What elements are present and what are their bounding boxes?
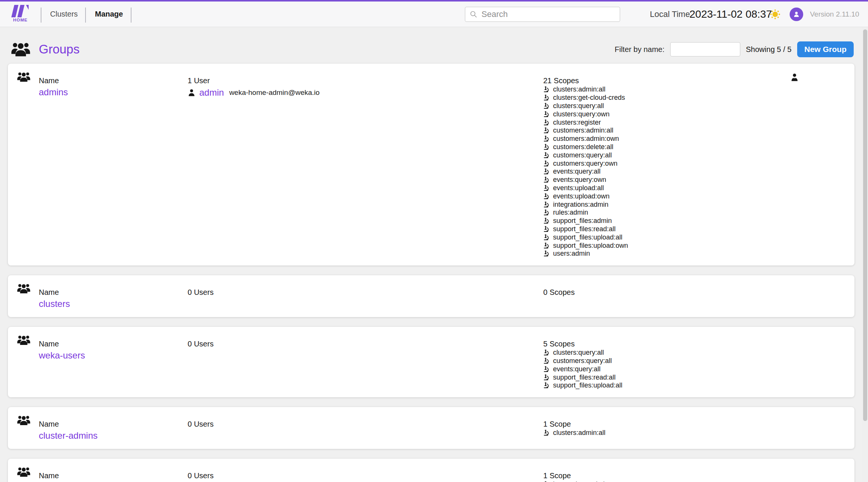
group-name-link[interactable]: admins [39, 87, 68, 98]
microscope-icon [543, 374, 550, 381]
scope-list: clusters:admin:all [543, 429, 845, 437]
microscope-icon [543, 242, 550, 249]
nav-item-manage[interactable]: Manage [95, 2, 123, 27]
scope-row: events:query:all [543, 365, 845, 373]
scope-row: clusters:query:own [543, 110, 845, 118]
user-avatar-icon [792, 10, 801, 18]
name-label: Name [39, 419, 98, 429]
scope-name: customers:delete:all [553, 143, 613, 151]
scope-name: clusters:query:all [553, 349, 604, 357]
scope-row: support_files:upload:own [543, 241, 845, 250]
new-group-button[interactable]: New Group [797, 41, 854, 57]
search-icon [469, 10, 477, 18]
name-label: Name [39, 76, 68, 85]
group-card-weka-users: Name weka-users 0 Users 5 Scopes cluster… [8, 327, 854, 397]
scope-row: customers:admin:own [543, 135, 845, 143]
users-count-label: 1 User [188, 76, 319, 85]
microscope-icon [543, 226, 550, 233]
scope-name: users:admin [553, 250, 590, 258]
group-icon [17, 415, 31, 426]
user-name-link[interactable]: admin [199, 87, 224, 98]
group-name-link[interactable]: weka-users [39, 350, 85, 361]
microscope-icon [543, 349, 550, 356]
scope-name: events:query:all [553, 365, 601, 373]
scrollbar-track [862, 27, 868, 482]
scope-row: customers:delete:all [543, 143, 845, 151]
microscope-icon [543, 217, 550, 224]
local-time-label: Local Time [650, 9, 690, 19]
microscope-icon [543, 94, 550, 101]
microscope-icon [543, 234, 550, 241]
microscope-icon [543, 209, 550, 216]
scope-name: clusters:query:all [553, 102, 604, 110]
scope-row: customers:query:all [543, 151, 845, 159]
microscope-icon [543, 250, 550, 257]
microscope-icon [543, 185, 550, 192]
microscope-icon [543, 193, 550, 200]
page-header: Groups Filter by name: Showing 5 / 5 New… [0, 27, 868, 63]
users-count-label: 0 Users [188, 339, 214, 349]
showing-count: Showing 5 / 5 [746, 45, 792, 54]
scope-name: integrations:admin [553, 480, 608, 482]
scopes-count-label: 21 Scopes [543, 76, 845, 85]
name-label: Name [39, 288, 70, 297]
microscope-icon [543, 357, 550, 365]
nav-item-clusters[interactable]: Clusters [50, 2, 78, 27]
scope-row: clusters:query:all [543, 102, 845, 110]
local-time-value: 2023-11-02 08:37 [689, 8, 772, 20]
group-card-admins: Name admins 1 User admin weka-home-admin… [8, 64, 854, 265]
scope-name: clusters:query:own [553, 110, 610, 118]
nav-divider [131, 8, 131, 23]
scope-name: integrations:admin [553, 201, 608, 209]
name-label: Name [39, 471, 59, 480]
home-logo[interactable]: HOME [11, 5, 29, 22]
scope-row: rules:admin [543, 209, 845, 217]
users-count-label: 0 Users [188, 288, 214, 297]
microscope-icon [543, 168, 550, 175]
scopes-count-label: 1 Scope [543, 419, 845, 429]
scope-row: integrations:admin [543, 480, 845, 482]
group-name-link[interactable]: clusters [39, 298, 70, 310]
scope-name: customers:query:all [553, 357, 612, 365]
scope-name: support_files:upload:all [553, 233, 622, 241]
microscope-icon [543, 143, 550, 151]
user-icon [188, 89, 196, 97]
group-card-cluster-admins: Name cluster-admins 0 Users 1 Scope clus… [8, 407, 854, 449]
microscope-icon [543, 382, 550, 389]
scope-name: customers:admin:all [553, 127, 613, 134]
group-icon [17, 335, 31, 345]
group-icon [17, 284, 31, 294]
scope-row: customers:query:all [543, 357, 845, 365]
group-name-link[interactable]: cluster-admins [39, 430, 98, 441]
scope-name: events:query:own [553, 176, 606, 184]
scope-row: support_files:read:all [543, 373, 845, 381]
nav-divider [85, 8, 86, 23]
search-input[interactable] [481, 9, 616, 20]
microscope-icon [543, 102, 550, 110]
scope-row: customers:query:own [543, 159, 845, 168]
group-icon [17, 467, 31, 477]
microscope-icon [543, 366, 550, 373]
microscope-icon [543, 119, 550, 126]
users-count-label: 0 Users [188, 471, 214, 480]
scope-name: support_files:upload:all [553, 381, 622, 389]
microscope-icon [543, 429, 550, 436]
scope-row: customers:admin:all [543, 127, 845, 135]
group-icon [17, 72, 31, 82]
account-menu[interactable] [790, 8, 803, 21]
top-bar: HOME Clusters Manage Local Time 2023-11-… [0, 0, 868, 27]
scope-name: clusters:admin:all [553, 429, 605, 437]
scope-list: integrations:admin [543, 480, 845, 482]
scope-row: clusters:register [543, 118, 845, 127]
scope-row: users:admin [543, 250, 845, 258]
users-count-label: 0 Users [188, 419, 214, 429]
scope-row: support_files:upload:all [543, 233, 845, 241]
main-content: Groups Filter by name: Showing 5 / 5 New… [0, 27, 868, 482]
scope-name: support_files:upload:own [553, 242, 628, 250]
scrollbar-thumb[interactable] [863, 29, 867, 421]
scope-name: clusters:get-cloud-creds [553, 94, 625, 102]
user-email: weka-home-admin@weka.io [229, 88, 319, 97]
theme-toggle[interactable] [769, 8, 781, 20]
scope-name: support_files:read:all [553, 225, 616, 233]
filter-input[interactable] [670, 42, 740, 56]
